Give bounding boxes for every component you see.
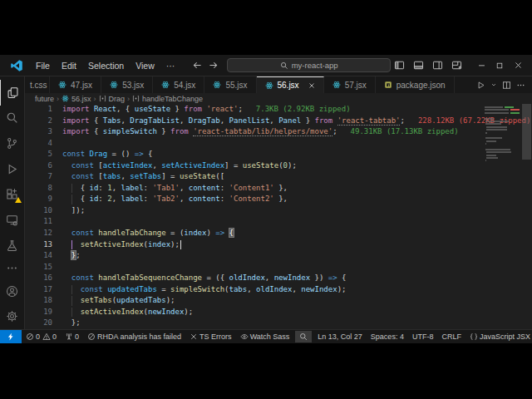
menu-view[interactable]: View <box>130 59 160 72</box>
run-dropdown-icon[interactable] <box>490 81 497 88</box>
status-remote-indicator[interactable] <box>0 330 22 343</box>
toggle-secondary-sidebar-icon[interactable] <box>429 58 446 72</box>
toggle-sidebar-icon[interactable] <box>391 58 408 72</box>
customize-layout-icon[interactable] <box>448 58 466 72</box>
activity-testing[interactable] <box>0 233 25 259</box>
crumb-future[interactable]: future <box>35 95 54 103</box>
code-token: , <box>180 195 189 203</box>
tab-55.jsx[interactable]: 55.jsx <box>204 76 256 93</box>
code-token: , <box>152 161 161 170</box>
code-token: simpleSwitch <box>170 285 224 293</box>
menu-[interactable]: ··· <box>160 59 181 72</box>
status-rhda-status[interactable]: RHDA analysis has failed <box>83 330 185 343</box>
code-token <box>224 229 229 237</box>
close-tab-icon[interactable] <box>308 82 315 89</box>
line-number: 7 <box>25 171 52 183</box>
code-token: ([ <box>215 172 224 180</box>
line-number-gutter: 123456789101112131415161718192021 <box>25 104 62 329</box>
tab-57.jsx[interactable]: 57.jsx <box>324 76 376 93</box>
status-indentation[interactable]: Spaces: 4 <box>367 330 408 343</box>
status-ports[interactable]: 0 <box>61 330 83 343</box>
tab-package.json[interactable]: package.json <box>376 76 455 93</box>
close-window-icon[interactable] <box>509 57 527 75</box>
back-icon[interactable] <box>192 60 203 71</box>
text-cursor <box>180 240 181 249</box>
minimap-line <box>485 129 520 131</box>
status-search-status[interactable] <box>295 331 312 342</box>
code-token <box>62 161 71 170</box>
toggle-panel-icon[interactable] <box>410 58 427 72</box>
minimap-annotation <box>510 109 520 111</box>
code-line-10: ]); <box>62 205 532 217</box>
editor-scrollbar[interactable] <box>521 104 532 329</box>
code-editor[interactable]: 123456789101112131415161718192021 import… <box>25 104 532 329</box>
code-token: 'react-tabtab/lib/helpers/move' <box>193 127 332 136</box>
minimap-line <box>485 157 520 159</box>
line-number: 9 <box>25 194 52 205</box>
run-button-icon[interactable] <box>476 81 485 90</box>
code-line-7: const [tabs, setTabs] = useState([ <box>62 171 532 183</box>
status-language-mode[interactable]: JavaScript JSX <box>466 330 532 343</box>
status-problems[interactable]: 00 <box>22 330 61 343</box>
activity-run-and-debug[interactable] <box>0 156 25 182</box>
minimap-code <box>485 118 494 120</box>
activity-settings[interactable] <box>0 303 25 329</box>
activity-search[interactable] <box>0 106 25 131</box>
activity-remote-explorer[interactable] <box>0 207 25 233</box>
minimize-icon[interactable] <box>472 57 490 75</box>
menu-file[interactable]: File <box>30 59 56 72</box>
activity-more-views[interactable] <box>0 259 25 278</box>
status-label: Watch Sass <box>250 332 290 341</box>
status-ts-errors[interactable]: TS Errors <box>185 330 236 343</box>
tab-56.jsx[interactable]: 56.jsx <box>257 76 324 93</box>
line-number: 4 <box>25 138 52 150</box>
code-token: setTabs <box>81 296 112 304</box>
minimap-line <box>485 118 520 120</box>
more-h-icon <box>6 262 18 274</box>
tab-54.jsx[interactable]: 54.jsx <box>153 76 204 93</box>
status-encoding[interactable]: UTF-8 <box>408 330 438 343</box>
maximize-icon[interactable] <box>490 57 509 75</box>
menu-edit[interactable]: Edit <box>56 59 82 72</box>
close-x-icon <box>190 332 198 341</box>
status-eol[interactable]: CRLF <box>437 330 466 343</box>
command-center-search[interactable]: my-react-app <box>227 58 391 72</box>
git-branch-icon <box>6 137 18 150</box>
activity-extensions[interactable] <box>0 182 25 208</box>
minimap-line <box>485 149 520 150</box>
scrollbar-slider[interactable] <box>522 104 531 160</box>
code-line-4 <box>62 138 532 150</box>
tab-label: 53.jsx <box>122 81 144 90</box>
minimap-line <box>485 112 520 114</box>
minimap-code <box>486 151 511 153</box>
minimap-line <box>485 160 520 161</box>
split-editor-button-icon[interactable] <box>502 81 511 90</box>
code-token: newIndex <box>274 273 310 282</box>
code-token: ] = <box>224 161 243 170</box>
activity-explorer[interactable] <box>0 80 25 106</box>
line-number: 16 <box>25 273 52 284</box>
tab-label: 54.jsx <box>174 81 195 90</box>
activity-accounts[interactable] <box>0 278 25 304</box>
tab-t.css[interactable]: t.css <box>25 76 50 93</box>
react-icon <box>161 81 170 89</box>
minimap[interactable] <box>485 106 520 165</box>
status-label: UTF-8 <box>412 332 434 341</box>
crumb-Drag[interactable]: Drag <box>99 95 126 103</box>
crumb-56.jsx[interactable]: 56.jsx <box>62 95 91 103</box>
crumb-handleTabChange[interactable]: handleTabChange <box>132 95 203 103</box>
tab-53.jsx[interactable]: 53.jsx <box>101 76 153 93</box>
code-token: import <box>62 127 94 135</box>
status-cursor-position[interactable]: Ln 13, Col 27 <box>313 330 367 343</box>
radio-tower-icon <box>65 332 73 341</box>
status-watch-sass[interactable]: Watch Sass <box>236 330 294 343</box>
menu-selection[interactable]: Selection <box>82 59 130 72</box>
tab-47.jsx[interactable]: 47.jsx <box>50 76 101 93</box>
editor-more-actions-icon[interactable] <box>516 81 525 90</box>
code-token: : <box>144 195 153 203</box>
line-number: 13 <box>25 239 52 251</box>
activity-source-control[interactable] <box>0 131 25 156</box>
forward-icon[interactable] <box>208 60 219 71</box>
line-number: 8 <box>25 183 52 195</box>
code-token: from <box>184 105 206 113</box>
